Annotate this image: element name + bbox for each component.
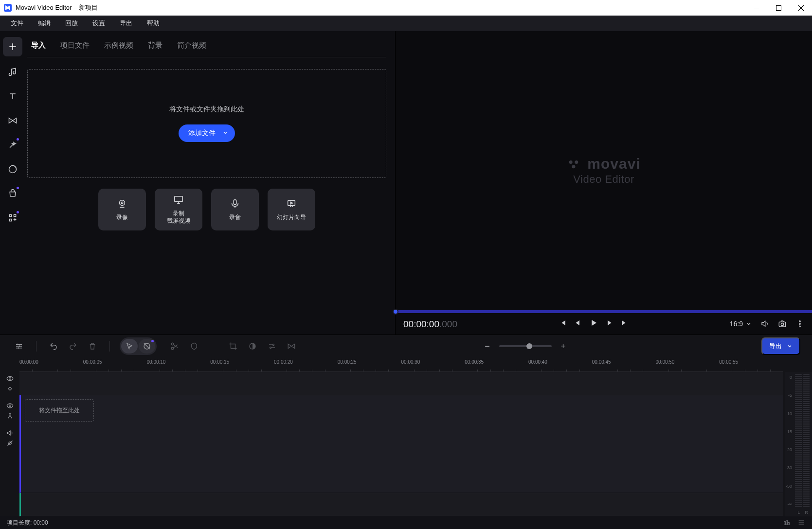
ruler-tick: 00:00:30 bbox=[401, 359, 420, 365]
tab-intro-videos[interactable]: 简介视频 bbox=[177, 41, 206, 50]
track-overlay[interactable] bbox=[19, 372, 783, 395]
next-frame-button[interactable] bbox=[605, 318, 614, 329]
meter-mark: -20 bbox=[786, 447, 792, 452]
meter-mark: -∞ bbox=[788, 502, 792, 507]
player-bar: 00:00:00.000 16:9 bbox=[396, 313, 812, 335]
pointer-tool[interactable] bbox=[121, 339, 138, 353]
preview-scrubber[interactable] bbox=[396, 310, 812, 313]
brand-text: movavi bbox=[587, 156, 640, 172]
track-audio[interactable] bbox=[19, 493, 783, 516]
card-record-audio[interactable]: 录音 bbox=[211, 189, 259, 230]
menu-help[interactable]: 帮助 bbox=[140, 17, 166, 30]
track-dropzone[interactable]: 将文件拖至此处 bbox=[25, 399, 94, 422]
marker-button[interactable] bbox=[187, 339, 201, 353]
maximize-button[interactable] bbox=[767, 0, 790, 16]
preview-menu-button[interactable] bbox=[795, 319, 804, 328]
brand-subtitle: Video Editor bbox=[567, 173, 640, 186]
goto-end-button[interactable] bbox=[620, 318, 629, 329]
crop-button[interactable] bbox=[226, 339, 240, 353]
sidebar-audio[interactable] bbox=[4, 63, 21, 81]
snapshot-button[interactable] bbox=[778, 319, 787, 328]
zoom-out-button[interactable]: − bbox=[483, 341, 492, 352]
import-dropzone[interactable]: 将文件或文件夹拖到此处 添加文件 bbox=[27, 69, 386, 178]
split-button[interactable] bbox=[167, 339, 182, 353]
mask-tool[interactable] bbox=[139, 339, 155, 353]
sidebar-transitions[interactable] bbox=[4, 112, 21, 129]
sidebar-effects[interactable] bbox=[4, 136, 21, 154]
timeline-tracks: 将文件拖至此处 0-5-10-15-20-30-50-∞ L R bbox=[0, 372, 812, 516]
menu-export[interactable]: 导出 bbox=[113, 17, 139, 30]
timeline: − + 导出 00:00:0000:00:0500:00:1000:00:150… bbox=[0, 335, 812, 529]
timecode-main: 00:00:00 bbox=[403, 319, 439, 329]
audio-meters: 0-5-10-15-20-30-50-∞ L R bbox=[785, 372, 812, 516]
minimize-button[interactable] bbox=[745, 0, 767, 16]
timeline-ruler[interactable]: 00:00:0000:00:0500:00:1000:00:1500:00:20… bbox=[19, 357, 783, 372]
color-adjust-button[interactable] bbox=[245, 339, 260, 353]
tab-project-files[interactable]: 项目文件 bbox=[60, 41, 90, 50]
tab-sample-videos[interactable]: 示例视频 bbox=[104, 41, 133, 50]
menu-playback[interactable]: 回放 bbox=[58, 17, 85, 30]
meter-mark: -30 bbox=[786, 465, 792, 470]
preview-panel: movavi Video Editor 00:00:00.000 bbox=[395, 31, 812, 335]
ruler-tick: 00:00:05 bbox=[83, 359, 102, 365]
meter-mark: 0 bbox=[790, 375, 792, 380]
close-button[interactable] bbox=[790, 0, 812, 16]
play-button[interactable] bbox=[589, 318, 598, 329]
svg-point-5 bbox=[120, 200, 125, 205]
svg-rect-9 bbox=[288, 200, 295, 205]
track-video[interactable]: 将文件拖至此处 bbox=[19, 395, 783, 493]
svg-point-23 bbox=[9, 405, 11, 407]
ruler-tick: 00:00:50 bbox=[656, 359, 675, 365]
svg-point-6 bbox=[121, 202, 123, 204]
track-head-overlay[interactable] bbox=[0, 372, 19, 395]
add-files-button[interactable]: 添加文件 bbox=[179, 124, 235, 142]
sidebar-stickers[interactable] bbox=[4, 160, 21, 178]
zoom-in-button[interactable]: + bbox=[559, 341, 568, 352]
zoom-slider[interactable] bbox=[499, 345, 552, 347]
track-head-video[interactable] bbox=[0, 395, 19, 426]
goto-start-button[interactable] bbox=[558, 318, 567, 329]
playhead[interactable] bbox=[393, 309, 398, 315]
delete-button[interactable] bbox=[85, 339, 100, 353]
preview-canvas: movavi Video Editor bbox=[396, 31, 812, 310]
list-view-icon[interactable] bbox=[797, 518, 805, 528]
prev-frame-button[interactable] bbox=[574, 318, 582, 329]
card-slideshow-wizard[interactable]: 幻灯片向导 bbox=[268, 189, 315, 230]
track-head-audio[interactable] bbox=[0, 426, 19, 450]
timeline-settings-button[interactable] bbox=[12, 339, 26, 353]
redo-button[interactable] bbox=[66, 339, 80, 353]
sidebar-elements[interactable] bbox=[4, 185, 21, 202]
export-button[interactable]: 导出 bbox=[761, 337, 800, 355]
undo-button[interactable] bbox=[46, 339, 61, 353]
svg-rect-13 bbox=[779, 322, 786, 327]
svg-point-14 bbox=[781, 323, 783, 326]
tab-import[interactable]: 导入 bbox=[31, 41, 46, 50]
menu-settings[interactable]: 设置 bbox=[86, 17, 112, 30]
aspect-ratio-dropdown[interactable]: 16:9 bbox=[730, 320, 752, 328]
svg-point-10 bbox=[569, 160, 573, 164]
ruler-tick: 00:00:55 bbox=[719, 359, 738, 365]
volume-button[interactable] bbox=[760, 319, 769, 328]
history-icon[interactable] bbox=[783, 518, 791, 528]
card-record-screen[interactable]: 录制 截屏视频 bbox=[155, 189, 202, 230]
ruler-tick: 00:00:25 bbox=[338, 359, 357, 365]
transitions-button[interactable] bbox=[284, 339, 299, 353]
card-record-camera[interactable]: 录像 bbox=[98, 189, 146, 230]
menu-edit[interactable]: 编辑 bbox=[31, 17, 57, 30]
sidebar-titles[interactable] bbox=[4, 88, 21, 105]
svg-rect-25 bbox=[784, 521, 786, 525]
sidebar-add[interactable] bbox=[3, 37, 22, 56]
meter-l: L bbox=[797, 510, 800, 515]
ruler-tick: 00:00:40 bbox=[528, 359, 547, 365]
menu-file[interactable]: 文件 bbox=[4, 17, 30, 30]
import-tabs: 导入 项目文件 示例视频 背景 简介视频 bbox=[27, 36, 386, 57]
tab-backgrounds[interactable]: 背景 bbox=[148, 41, 162, 50]
import-panel: 导入 项目文件 示例视频 背景 简介视频 将文件或文件夹拖到此处 添加文件 录像 bbox=[25, 31, 395, 335]
svg-rect-0 bbox=[776, 5, 781, 10]
window-title: Movavi Video Editor – 新项目 bbox=[16, 3, 98, 12]
pointer-mode-group bbox=[120, 337, 157, 355]
meter-mark: -50 bbox=[786, 484, 792, 489]
clip-properties-button[interactable] bbox=[265, 339, 279, 353]
svg-rect-8 bbox=[234, 199, 236, 204]
sidebar-more[interactable] bbox=[4, 209, 21, 227]
